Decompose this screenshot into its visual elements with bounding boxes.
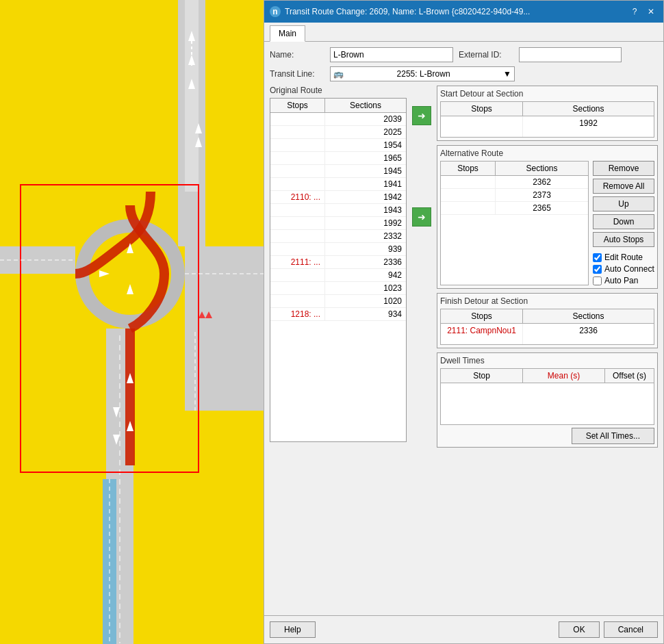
table-row[interactable]: 2332 xyxy=(270,230,406,243)
help-button[interactable]: Help xyxy=(270,621,316,638)
alt-body: 2362 2373 2365 xyxy=(441,176,588,231)
auto-connect-checkbox[interactable] xyxy=(593,265,602,274)
alt-col-sections: Sections xyxy=(496,162,588,175)
dropdown-arrow-icon: ▼ xyxy=(503,69,511,79)
auto-stops-button[interactable]: Auto Stops xyxy=(593,232,654,247)
finish-detour-arrow-button[interactable]: ➜ xyxy=(412,207,431,227)
ab-stops xyxy=(441,202,496,214)
ab-stops xyxy=(441,176,496,188)
dialog-titlebar: n Transit Route Change: 2609, Name: L-Br… xyxy=(264,1,663,23)
cell-stops: 2111: ... xyxy=(270,256,325,268)
cell-sections: 1023 xyxy=(325,282,406,294)
table-row[interactable]: 2111: ... 2336 xyxy=(270,256,406,269)
ab-stops xyxy=(441,189,496,201)
table-row[interactable]: 2362 xyxy=(441,176,588,189)
auto-connect-label: Auto Connect xyxy=(604,264,654,274)
table-row[interactable]: 1218: ... 934 xyxy=(270,308,406,321)
table-row[interactable]: 1023 xyxy=(270,282,406,295)
cell-sections: 942 xyxy=(325,269,406,281)
table-row[interactable]: 942 xyxy=(270,269,406,282)
middle-arrows: ➜ ➜ xyxy=(412,86,431,610)
transit-line-select[interactable]: 🚌 2255: L-Brown ▼ xyxy=(330,66,515,81)
table-row[interactable]: 2365 xyxy=(441,202,588,215)
help-title-button[interactable]: ? xyxy=(628,5,641,18)
remove-all-button[interactable]: Remove All xyxy=(593,179,654,194)
ab-sections: 2373 xyxy=(496,189,588,201)
table-row[interactable]: 1965 xyxy=(270,152,406,165)
cell-stops xyxy=(270,295,325,307)
table-row[interactable]: 2110: ... 1942 xyxy=(270,191,406,204)
name-input[interactable] xyxy=(330,47,453,62)
start-detour-title: Start Detour at Section xyxy=(440,89,654,99)
main-two-col: Original Route Stops Sections 2039 2025 … xyxy=(270,86,658,610)
start-detour-section: Start Detour at Section Stops Sections 1… xyxy=(437,86,658,141)
cell-sections: 2332 xyxy=(325,230,406,242)
map-area xyxy=(0,0,264,644)
alternative-route-table: Stops Sections 2362 2373 2365 xyxy=(440,161,589,285)
cell-stops xyxy=(270,230,325,242)
svg-rect-12 xyxy=(185,246,264,274)
extid-input[interactable] xyxy=(519,47,622,62)
set-all-times-button[interactable]: Set All Times... xyxy=(572,428,654,444)
cell-stops xyxy=(270,178,325,190)
original-route-body[interactable]: 2039 2025 1954 1965 1945 1941 2110: ... … xyxy=(270,113,406,441)
cell-stops xyxy=(270,217,325,229)
cell-sections: 2336 xyxy=(325,256,406,268)
cell-stops xyxy=(270,113,325,125)
table-row[interactable]: 2373 xyxy=(441,189,588,202)
down-button[interactable]: Down xyxy=(593,214,654,229)
app-icon: n xyxy=(270,6,281,17)
start-detour-arrow-button[interactable]: ➜ xyxy=(412,106,431,125)
dwell-header: Stop Mean (s) Offset (s) xyxy=(441,369,654,383)
finish-detour-table: Stops Sections 2111: CampnNou1 2336 xyxy=(440,309,654,345)
alternative-route-section: Alternative Route Stops Sections 2362 xyxy=(437,145,658,289)
auto-connect-row: Auto Connect xyxy=(593,264,654,274)
tab-main[interactable]: Main xyxy=(270,25,305,42)
cell-stops xyxy=(270,126,325,138)
dwell-body xyxy=(441,383,654,424)
finish-detour-section: Finish Detour at Section Stops Sections … xyxy=(437,293,658,348)
cell-sections: 1020 xyxy=(325,295,406,307)
alternative-route-title: Alternative Route xyxy=(440,149,654,158)
table-row[interactable]: 2025 xyxy=(270,126,406,139)
svg-rect-13 xyxy=(185,274,264,411)
alt-col-stops: Stops xyxy=(441,162,496,175)
dwell-col-offset: Offset (s) xyxy=(605,369,654,383)
start-detour-col-sections: Sections xyxy=(523,102,654,116)
table-row[interactable]: 1941 xyxy=(270,178,406,191)
dialog-footer: Help OK Cancel xyxy=(264,615,663,643)
up-button[interactable]: Up xyxy=(593,196,654,211)
svg-rect-1 xyxy=(185,0,199,192)
dialog-title: Transit Route Change: 2609, Name: L-Brow… xyxy=(285,7,530,16)
dwell-col-mean: Mean (s) xyxy=(523,369,605,383)
name-row: Name: External ID: xyxy=(270,47,658,62)
auto-pan-checkbox[interactable] xyxy=(593,276,602,285)
finish-detour-stops-value: 2111: CampnNou1 xyxy=(441,324,523,344)
auto-pan-row: Auto Pan xyxy=(593,276,654,285)
ok-button[interactable]: OK xyxy=(559,621,599,638)
finish-detour-header: Stops Sections xyxy=(441,309,654,324)
original-route-panel: Original Route Stops Sections 2039 2025 … xyxy=(270,86,407,610)
start-detour-table: Stops Sections 1992 xyxy=(440,101,654,138)
table-row[interactable]: 1945 xyxy=(270,165,406,178)
original-route-title: Original Route xyxy=(270,86,407,95)
table-row[interactable]: 2039 xyxy=(270,113,406,126)
cancel-button[interactable]: Cancel xyxy=(604,621,658,638)
finish-detour-body: 2111: CampnNou1 2336 xyxy=(441,324,654,344)
cell-stops xyxy=(270,204,325,216)
table-row[interactable]: 939 xyxy=(270,243,406,256)
table-row[interactable]: 1943 xyxy=(270,204,406,217)
close-title-button[interactable]: ✕ xyxy=(644,5,658,18)
alternative-route-inner: Stops Sections 2362 2373 2365 xyxy=(440,161,654,285)
table-row[interactable]: 1020 xyxy=(270,295,406,308)
remove-button[interactable]: Remove xyxy=(593,161,654,176)
cell-stops xyxy=(270,165,325,177)
cell-stops xyxy=(270,139,325,151)
table-row[interactable]: 1954 xyxy=(270,139,406,152)
extid-label: External ID: xyxy=(459,50,513,60)
dialog: n Transit Route Change: 2609, Name: L-Br… xyxy=(264,0,664,644)
edit-route-checkbox[interactable] xyxy=(593,253,602,262)
cell-stops xyxy=(270,243,325,255)
table-row[interactable]: 1992 xyxy=(270,217,406,230)
ab-sections: 2362 xyxy=(496,176,588,188)
